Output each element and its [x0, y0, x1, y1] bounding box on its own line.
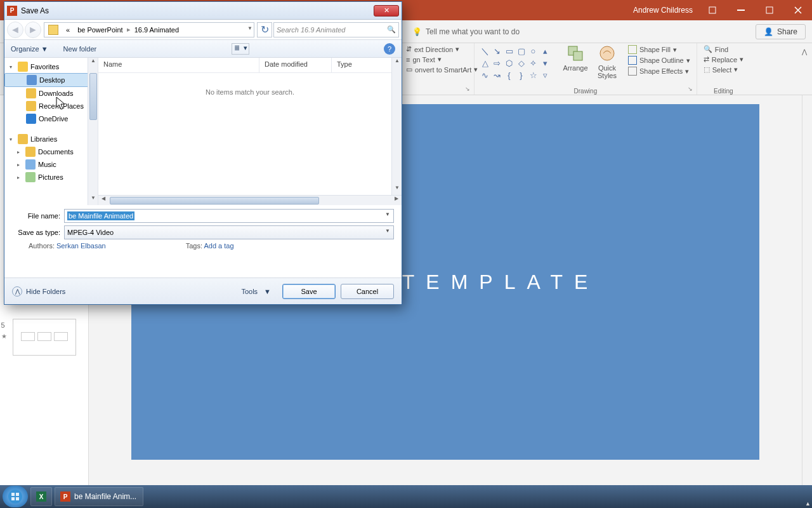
dialog-titlebar[interactable]: P Save As ✕: [4, 2, 402, 20]
align-text-button[interactable]: ≡gn Text▾: [403, 55, 470, 64]
callout-shape-icon[interactable]: ◇: [516, 58, 527, 69]
replace-button[interactable]: ⇄Replace▾: [701, 55, 746, 64]
hide-folders-button[interactable]: ⋀ Hide Folders: [12, 286, 65, 297]
search-input[interactable]: Search 16.9 Animated 🔍: [273, 22, 399, 37]
more-shapes-up-icon[interactable]: ▴: [540, 46, 551, 57]
curve-shape-icon[interactable]: ∿: [480, 70, 490, 81]
tell-me-box[interactable]: 💡 Tell me what you want to do: [412, 27, 756, 36]
authors-value[interactable]: Serkan Elbasan: [56, 242, 106, 250]
tree-pictures[interactable]: ▸Pictures: [4, 171, 98, 184]
ribbon-display-icon[interactable]: [698, 0, 726, 20]
new-folder-button[interactable]: New folder: [63, 45, 97, 53]
line-shape-icon[interactable]: ＼: [480, 46, 490, 57]
filelist-v-scrollbar[interactable]: ▲ ▼: [391, 58, 402, 195]
more-shapes-down-icon[interactable]: ▾: [540, 58, 551, 69]
file-name-input[interactable]: be Mainfile Animated ▼: [64, 209, 394, 223]
taskbar[interactable]: X P be Mainfile Anim... ▲: [0, 485, 812, 508]
tree-documents[interactable]: ▸Documents: [4, 145, 98, 158]
close-icon[interactable]: [783, 0, 812, 20]
vertical-scrollbar[interactable]: [802, 95, 812, 488]
save-as-dialog: P Save As ✕ ◄ ► « be PowerPoint ▸ 16.9 A…: [4, 1, 402, 305]
arrow-shape-icon[interactable]: ⇨: [492, 58, 502, 69]
tree-downloads[interactable]: Downloads: [4, 87, 98, 100]
view-options-button[interactable]: ≣▾: [232, 43, 249, 55]
nav-forward-button[interactable]: ►: [25, 22, 41, 38]
connector-shape-icon[interactable]: ↝: [492, 70, 502, 81]
lbrace-shape-icon[interactable]: {: [504, 70, 514, 81]
nav-tree[interactable]: ▾Favorites Desktop Downloads Recent Plac…: [4, 58, 98, 205]
minimize-icon[interactable]: [726, 0, 755, 20]
help-icon[interactable]: ?: [384, 43, 395, 55]
organize-button[interactable]: Organize ▼: [11, 45, 48, 53]
tree-desktop[interactable]: Desktop: [4, 73, 98, 87]
rounded-rect-icon[interactable]: ▢: [516, 46, 527, 57]
tags-value[interactable]: Add a tag: [204, 242, 233, 250]
convert-smartart-button[interactable]: ▭onvert to SmartArt▾: [403, 65, 470, 74]
bulb-icon: 💡: [412, 27, 422, 36]
fl-scroll-up-icon[interactable]: ▲: [392, 58, 402, 68]
star-shape-icon[interactable]: ✧: [528, 58, 539, 69]
star5-shape-icon[interactable]: ☆: [528, 70, 539, 81]
start-button[interactable]: [3, 486, 28, 507]
nav-back-button[interactable]: ◄: [7, 22, 23, 38]
collapse-ribbon-icon[interactable]: ⋀: [802, 48, 807, 55]
taskbar-excel[interactable]: X: [30, 487, 52, 506]
column-modified[interactable]: Date modified: [259, 58, 332, 72]
tree-libraries[interactable]: ▾Libraries: [4, 133, 98, 145]
tools-button[interactable]: Tools▼: [235, 285, 277, 298]
breadcrumb-prefix[interactable]: «: [62, 26, 74, 34]
text-direction-button[interactable]: ⇵ext Direction▾: [403, 44, 470, 54]
cancel-button[interactable]: Cancel: [341, 284, 394, 299]
taskbar-powerpoint[interactable]: P be Mainfile Anim...: [55, 487, 143, 506]
shape-fill-button[interactable]: Shape Fill▾: [625, 44, 693, 55]
scroll-up-icon[interactable]: ▲: [88, 58, 98, 68]
pp-user[interactable]: Andrew Childress: [633, 6, 693, 15]
tree-scrollbar[interactable]: ▲ ▼: [88, 58, 98, 205]
line-arrow-icon[interactable]: ↘: [492, 46, 502, 57]
tree-onedrive[interactable]: OneDrive: [4, 112, 98, 125]
oval-shape-icon[interactable]: ○: [528, 46, 539, 57]
hide-folders-label: Hide Folders: [26, 288, 65, 295]
scroll-down-icon[interactable]: ▼: [88, 195, 98, 205]
filelist-h-scrollbar[interactable]: ◀ ▶: [98, 195, 402, 205]
slide-thumb-5[interactable]: [13, 319, 76, 356]
tree-recent-places[interactable]: Recent Places: [4, 100, 98, 112]
breadcrumb[interactable]: « be PowerPoint ▸ 16.9 Animated ▼: [44, 22, 254, 37]
select-button[interactable]: ⬚Select▾: [701, 65, 746, 74]
breadcrumb-dropdown-icon[interactable]: ▼: [247, 25, 252, 31]
dialog-launcher-icon[interactable]: ↘: [464, 86, 471, 93]
breadcrumb-item-2[interactable]: 16.9 Animated: [131, 26, 183, 34]
tree-music[interactable]: ▸Music: [4, 158, 98, 171]
gallery-more-icon[interactable]: ▿: [540, 70, 551, 81]
arrange-button[interactable]: Arrange: [560, 44, 591, 72]
fl-scroll-down-icon[interactable]: ▼: [392, 185, 402, 195]
file-name-dropdown-icon[interactable]: ▼: [383, 211, 392, 220]
tree-favorites[interactable]: ▾Favorites: [4, 60, 98, 73]
column-name[interactable]: Name: [98, 58, 259, 72]
refresh-button[interactable]: ↻: [257, 22, 272, 37]
save-type-dropdown-icon[interactable]: ▼: [383, 228, 392, 237]
find-button[interactable]: 🔍Find: [701, 44, 746, 54]
shape-outline-button[interactable]: Shape Outline▾: [625, 55, 693, 65]
save-type-select[interactable]: MPEG-4 Video ▼: [64, 225, 394, 239]
show-hidden-icons-icon[interactable]: ▲: [805, 500, 811, 507]
hscroll-thumb[interactable]: [110, 197, 319, 204]
hscroll-right-icon[interactable]: ▶: [391, 196, 402, 206]
save-button[interactable]: Save: [282, 284, 336, 299]
share-button[interactable]: 👤 Share: [756, 24, 806, 39]
breadcrumb-item-1[interactable]: be PowerPoint: [74, 26, 127, 34]
shape-effects-button[interactable]: Shape Effects▾: [625, 66, 693, 76]
maximize-icon[interactable]: [755, 0, 783, 20]
triangle-shape-icon[interactable]: △: [480, 58, 490, 69]
drawing-dialog-launcher-icon[interactable]: ↘: [686, 86, 694, 93]
hscroll-left-icon[interactable]: ◀: [98, 196, 108, 206]
rbrace-shape-icon[interactable]: }: [516, 70, 527, 81]
hexagon-shape-icon[interactable]: ⬡: [504, 58, 514, 69]
rect-shape-icon[interactable]: ▭: [504, 46, 514, 57]
quick-styles-button[interactable]: Quick Styles: [591, 44, 623, 79]
scroll-thumb[interactable]: [89, 73, 97, 120]
search-icon[interactable]: 🔍: [387, 25, 396, 34]
dialog-close-button[interactable]: ✕: [374, 5, 399, 17]
shapes-gallery[interactable]: ＼ ↘ ▭ ▢ ○ ▴ △ ⇨ ⬡ ◇ ✧ ▾ ∿ ↝ { } ☆ ▿: [478, 44, 560, 82]
file-list[interactable]: Name Date modified Type No items match y…: [98, 58, 402, 205]
